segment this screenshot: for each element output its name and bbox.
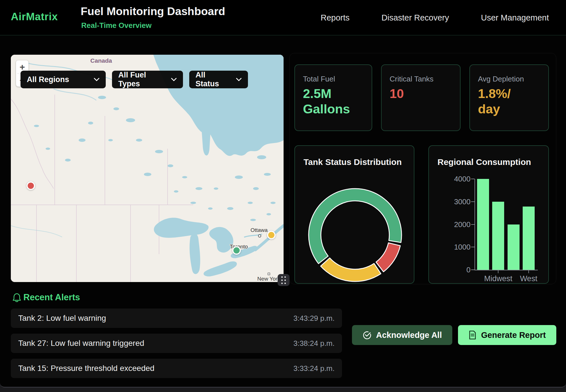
fuel-type-filter-dropdown[interactable]: All Fuel Types <box>112 71 183 88</box>
app-logo: AirMatrix <box>11 11 58 23</box>
y-axis-line <box>475 179 475 270</box>
chevron-down-icon <box>171 78 177 81</box>
alert-row[interactable]: Tank 2: Low fuel warning 3:43:29 p.m. <box>11 309 342 328</box>
map-basemap: Canada Ottawa Toronto New York <box>11 55 284 282</box>
check-circle-icon <box>363 330 372 340</box>
y-tick-mark <box>471 201 475 202</box>
ottawa-town-dot <box>258 235 261 237</box>
alerts-section-title: Recent Alerts <box>23 292 80 303</box>
stat-card-critical-tanks: Critical Tanks 10 <box>381 64 461 131</box>
y-tick-label: 0 <box>436 266 471 274</box>
bar <box>492 202 504 270</box>
top-nav: Reports Disaster Recovery User Managemen… <box>321 0 549 35</box>
map-label-canada: Canada <box>90 57 112 64</box>
y-tick-mark <box>471 224 475 225</box>
map-resize-handle[interactable] <box>278 274 290 286</box>
y-tick-mark <box>471 179 475 179</box>
tank-marker-critical[interactable] <box>27 181 35 190</box>
acknowledge-all-label: Acknowledge All <box>376 330 442 340</box>
nav-item-user-management[interactable]: User Management <box>481 13 549 23</box>
alert-text: Tank 2: Low fuel warning <box>18 314 106 323</box>
y-tick-label: 4000 <box>436 175 471 183</box>
alert-timestamp: 3:43:29 p.m. <box>293 314 335 323</box>
stat-card-avg-depletion: Avg Depletion 1.8%/ day <box>469 64 549 131</box>
dashboard-app: AirMatrix Fuel Monitoring Dashboard Real… <box>0 0 566 392</box>
stat-value: 10 <box>390 86 404 101</box>
bar <box>508 224 520 270</box>
x-tick-mark <box>528 270 529 273</box>
bar <box>477 179 489 270</box>
nav-item-disaster-recovery[interactable]: Disaster Recovery <box>382 13 449 23</box>
alert-row[interactable]: Tank 15: Pressure threshold exceeded 3:3… <box>11 359 342 378</box>
tank-status-chart-card: Tank Status Distribution <box>294 145 414 284</box>
stat-label: Total Fuel <box>303 75 335 83</box>
map-filters: All Regions All Fuel Types All Status <box>21 71 248 88</box>
regional-consumption-bar-chart: 01000200030004000MidwestWest <box>429 146 549 284</box>
bell-icon <box>13 293 21 304</box>
status-filter-value: All Status <box>196 71 231 88</box>
donut-segment-critical <box>376 243 400 272</box>
chevron-down-icon <box>94 78 99 81</box>
alert-row[interactable]: Tank 27: Low fuel warning triggered 3:38… <box>11 334 342 353</box>
generate-report-label: Generate Report <box>481 330 546 340</box>
main-container: AirMatrix Fuel Monitoring Dashboard Real… <box>0 0 566 387</box>
x-tick-mark <box>498 270 498 273</box>
metrics-panel: Total Fuel 2.5M Gallons Critical Tanks 1… <box>289 53 556 284</box>
alert-text: Tank 27: Low fuel warning triggered <box>18 339 144 348</box>
alert-timestamp: 3:33:24 p.m. <box>293 364 335 373</box>
generate-report-button[interactable]: Generate Report <box>458 325 556 345</box>
nav-item-reports[interactable]: Reports <box>321 13 350 23</box>
stat-card-total-fuel: Total Fuel 2.5M Gallons <box>294 64 372 131</box>
region-filter-dropdown[interactable]: All Regions <box>21 71 106 88</box>
stat-label: Avg Depletion <box>478 75 524 83</box>
y-tick-label: 1000 <box>436 243 471 252</box>
y-tick-label: 2000 <box>436 220 471 229</box>
bar <box>523 207 535 270</box>
stat-value: 1.8%/ day <box>478 86 511 117</box>
alert-text: Tank 15: Pressure threshold exceeded <box>18 364 154 373</box>
tank-marker-warning[interactable] <box>267 231 276 239</box>
region-filter-value: All Regions <box>27 75 69 84</box>
newyork-town-dot <box>268 273 270 275</box>
y-tick-label: 3000 <box>436 197 471 206</box>
alert-timestamp: 3:38:24 p.m. <box>293 339 335 348</box>
page-subtitle: Real-Time Overview <box>81 21 152 30</box>
map-panel: Canada Ottawa Toronto New York + − All R… <box>11 55 284 282</box>
header: AirMatrix Fuel Monitoring Dashboard Real… <box>0 0 566 35</box>
map-canvas[interactable]: Canada Ottawa Toronto New York <box>11 55 284 282</box>
donut-segment-warning <box>321 258 381 281</box>
acknowledge-all-button[interactable]: Acknowledge All <box>352 325 452 345</box>
status-filter-dropdown[interactable]: All Status <box>189 71 248 88</box>
tank-marker-normal[interactable] <box>232 246 241 255</box>
y-tick-mark <box>471 247 475 247</box>
page-title: Fuel Monitoring Dashboard <box>81 5 225 18</box>
map-label-newyork: New York <box>257 276 280 282</box>
stat-value: 2.5M Gallons <box>303 86 350 117</box>
chevron-down-icon <box>236 78 242 81</box>
stat-label: Critical Tanks <box>390 75 433 83</box>
x-tick-label: West <box>509 274 549 283</box>
document-icon <box>469 330 477 340</box>
regional-consumption-chart-card: Regional Consumption 01000200030004000Mi… <box>428 145 549 284</box>
fuel-type-filter-value: All Fuel Types <box>118 71 166 88</box>
tank-status-donut-chart <box>295 146 415 284</box>
y-tick-mark <box>471 270 475 270</box>
map-label-ottawa: Ottawa <box>251 227 268 233</box>
